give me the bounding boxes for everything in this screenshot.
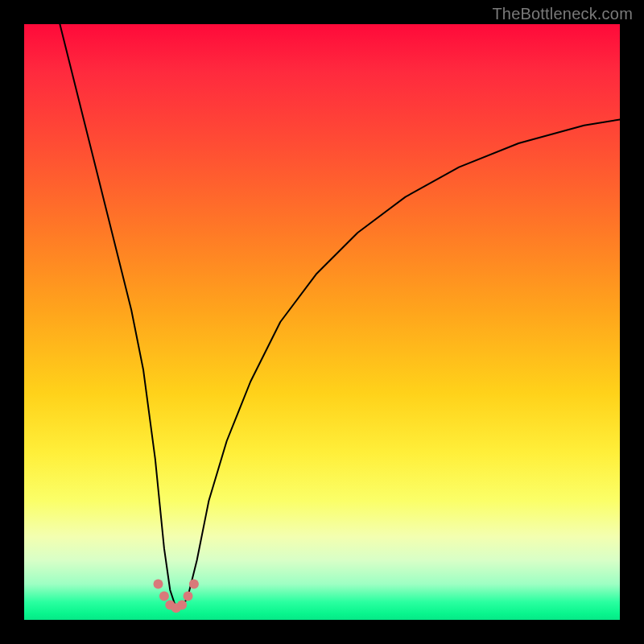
trough-dot — [189, 580, 199, 589]
trough-dot — [177, 601, 187, 610]
attribution-watermark: TheBottleneck.com — [492, 5, 633, 23]
trough-dot — [159, 591, 169, 601]
trough-dots — [154, 580, 199, 613]
plot-area — [24, 24, 620, 620]
trough-dot — [184, 591, 193, 601]
bottleneck-curve — [24, 24, 620, 620]
curve-line — [60, 24, 620, 608]
chart-frame: TheBottleneck.com — [0, 0, 644, 644]
trough-dot — [154, 580, 163, 589]
